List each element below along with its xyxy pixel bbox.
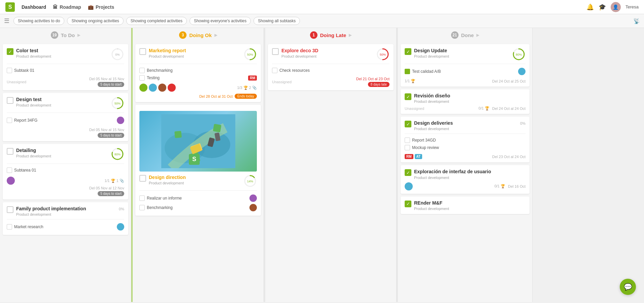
card-design-deliveries: ✓ Design deliveries Product development … bbox=[401, 117, 530, 162]
user-avatar[interactable]: 👤 bbox=[611, 2, 621, 12]
family-checkbox[interactable] bbox=[7, 206, 13, 213]
design-update-checkbox[interactable]: ✓ bbox=[405, 48, 411, 55]
done-cards: ✓ Design Update Product development 80% bbox=[398, 42, 532, 302]
revision-checkbox[interactable]: ✓ bbox=[405, 93, 411, 100]
design-update-score: 1/1 🏆 bbox=[405, 79, 415, 83]
subtask01-check[interactable] bbox=[7, 68, 12, 73]
detailing-checkbox[interactable] bbox=[7, 148, 13, 155]
design-update-subtitle: Product development bbox=[414, 54, 509, 58]
detailing-ring: 80% bbox=[111, 147, 124, 161]
design-test-progress: 50% bbox=[111, 96, 124, 110]
divider bbox=[272, 64, 389, 64]
explore-deco-checkbox[interactable] bbox=[272, 48, 279, 55]
doing-ok-cards: Marketing report Product development 50% bbox=[133, 42, 264, 302]
color-test-title: Color test bbox=[16, 48, 108, 54]
svg-rect-16 bbox=[213, 124, 221, 132]
card-explore-deco: Explore deco 3D Product development 50% bbox=[268, 44, 394, 90]
nav-roadmap[interactable]: 🏛 Roadmap bbox=[53, 4, 81, 10]
design-image-svg: S bbox=[161, 114, 235, 168]
render-mf-title-block: REnder M&F Product development bbox=[414, 200, 526, 211]
subtarea01-check[interactable] bbox=[7, 168, 12, 173]
marketing-meta: 1/3 🏆 2 📎 bbox=[139, 84, 257, 92]
card-revision-diseno: ✓ Revisión diseño Product development Un… bbox=[401, 89, 530, 114]
revision-footer: Unassigned 0/1 🏆 Del 24 Oct al 24 Oct bbox=[405, 106, 526, 111]
design-direction-progress: 14% bbox=[243, 174, 257, 188]
exploracion-date: Del 16 Oct bbox=[508, 184, 526, 188]
color-test-progress: 0% bbox=[111, 48, 124, 61]
marketing-badge: Ends today bbox=[235, 94, 257, 99]
design-deliveries-progress-text: 0% bbox=[520, 121, 526, 125]
filter-ongoing[interactable]: Showing ongoing activities bbox=[67, 17, 123, 25]
detailing-score: 1/1 🏆 1 📎 bbox=[104, 179, 124, 183]
family-title: Family product implementation bbox=[16, 206, 116, 212]
marketing-avatars bbox=[139, 84, 176, 92]
marketing-checkbox[interactable] bbox=[139, 48, 146, 55]
filter-subtasks[interactable]: Showing all subtasks bbox=[253, 17, 300, 25]
hamburger-icon[interactable]: ☰ bbox=[4, 17, 9, 25]
revision-assigned: Unassigned bbox=[405, 107, 424, 111]
rss-icon: 📡 bbox=[633, 18, 640, 24]
design-deliveries-date: Del 23 Oct al 24 Oct bbox=[492, 155, 526, 159]
filter-everyone[interactable]: Showing everyone's activities bbox=[190, 17, 251, 25]
marketing-header: Marketing report Product development 50% bbox=[139, 48, 257, 61]
realizar-check[interactable] bbox=[139, 195, 145, 201]
card-design-test: Design test Product development 50% R bbox=[3, 93, 128, 141]
marketing-title: Marketing report bbox=[149, 48, 241, 54]
filter-completed[interactable]: Showing completed activities bbox=[126, 17, 187, 25]
explore-deco-title: Explore deco 3D bbox=[281, 48, 373, 54]
report34fg-check[interactable] bbox=[7, 118, 12, 123]
detailing-date: Del 05 Nov al 12 Nov bbox=[89, 186, 124, 190]
design-deliveries-footer: RM AT Del 23 Oct al 24 Oct bbox=[405, 154, 526, 159]
doing-ok-badge: 3 bbox=[179, 31, 187, 39]
chat-bubble[interactable]: 💬 bbox=[620, 279, 636, 295]
filter-bar: ☰ Showing activities to do Showing ongoi… bbox=[0, 14, 644, 28]
explore-deco-progress: 50% bbox=[376, 48, 389, 61]
subtask-subtask01: Subtask 01 bbox=[7, 67, 124, 74]
design-test-date: Del 05 Nov al 15 Nov bbox=[89, 128, 124, 132]
market-research-avatar bbox=[117, 223, 124, 231]
design-deliveries-checkbox[interactable]: ✓ bbox=[405, 121, 411, 127]
render-mf-checkbox[interactable]: ✓ bbox=[405, 201, 411, 207]
test-calidad-check[interactable] bbox=[405, 69, 410, 74]
filter-todo[interactable]: Showing activities to do bbox=[13, 17, 64, 25]
todo-title: To Do bbox=[61, 32, 75, 38]
detailing-subtitle: Product development bbox=[16, 154, 108, 158]
explore-deco-assigned: Unassigned bbox=[272, 80, 292, 84]
subtask-realizar: Realizar un informe bbox=[139, 193, 257, 203]
color-test-footer: Unassigned Del 05 Nov al 15 Nov 5 days t… bbox=[7, 77, 124, 87]
market-research-check[interactable] bbox=[7, 224, 12, 230]
divider bbox=[405, 133, 526, 134]
done-badge: 21 bbox=[451, 31, 459, 39]
exploracion-subtitle: Product development bbox=[414, 176, 526, 180]
notifications-icon[interactable]: 🔔 bbox=[586, 3, 594, 11]
subtask-subtarea01: Subtarea 01 bbox=[7, 166, 124, 174]
todo-badge: 19 bbox=[51, 31, 58, 39]
nav-projects[interactable]: 💼 Projects bbox=[88, 4, 114, 10]
testing-check[interactable] bbox=[139, 75, 145, 81]
render-mf-header: ✓ REnder M&F Product development bbox=[405, 200, 526, 211]
design-direction-checkbox[interactable] bbox=[139, 175, 146, 182]
nav-dashboard[interactable]: Dashboard bbox=[22, 4, 46, 10]
subtask-testing: Testing RM bbox=[139, 74, 257, 82]
exploracion-checkbox[interactable]: ✓ bbox=[405, 169, 411, 176]
card-family-header: Family product implementation Product de… bbox=[7, 206, 124, 216]
design-test-checkbox[interactable] bbox=[7, 97, 13, 104]
render-mf-title: REnder M&F bbox=[414, 200, 526, 206]
benchmarking2-label: Benchmarking bbox=[147, 205, 247, 210]
avatar-green bbox=[139, 84, 147, 92]
check-resources-check[interactable] bbox=[272, 68, 277, 73]
revision-header: ✓ Revisión diseño Product development bbox=[405, 93, 526, 103]
card-render-mf: ✓ REnder M&F Product development bbox=[401, 196, 530, 214]
subtask-report34gd: Report 34GD bbox=[405, 137, 526, 144]
top-nav: S Dashboard 🏛 Roadmap 💼 Projects 🔔 🎓 👤 T… bbox=[0, 0, 644, 14]
benchmarking2-check[interactable] bbox=[139, 205, 145, 210]
divider bbox=[139, 64, 257, 64]
benchmarking1-check[interactable] bbox=[139, 68, 145, 73]
card-family-product: Family product implementation Product de… bbox=[3, 202, 128, 235]
doing-ok-title: Doing Ok bbox=[189, 32, 212, 38]
color-test-checkbox[interactable]: ✓ bbox=[7, 48, 13, 55]
revision-title: Revisión diseño bbox=[414, 93, 526, 99]
graduation-icon[interactable]: 🎓 bbox=[599, 3, 606, 11]
report34gd-check[interactable] bbox=[405, 138, 410, 143]
mockup-review-check[interactable] bbox=[405, 145, 410, 150]
